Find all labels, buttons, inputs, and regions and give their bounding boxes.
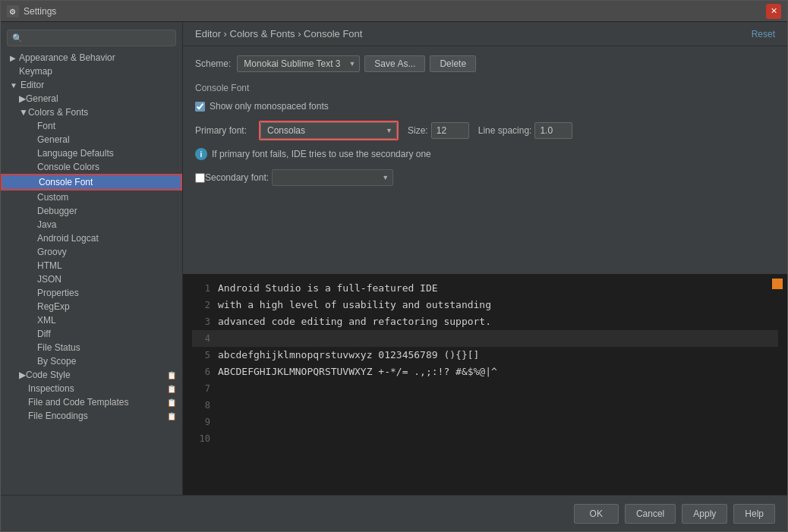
sidebar-item-inspections[interactable]: Inspections 📋 bbox=[1, 382, 182, 395]
secondary-font-row: Secondary font: bbox=[195, 169, 775, 186]
sidebar-item-label: Appearance & Behavior bbox=[19, 52, 115, 63]
line-code: with a high level of usability and outst… bbox=[218, 299, 491, 310]
sidebar-item-general2[interactable]: General bbox=[1, 133, 182, 146]
cancel-button[interactable]: Cancel bbox=[625, 504, 676, 524]
line-number: 1 bbox=[192, 283, 210, 294]
sidebar-item-label: By Scope bbox=[37, 356, 76, 367]
sidebar-item-general[interactable]: ▶ General bbox=[1, 92, 182, 105]
sidebar-item-diff[interactable]: Diff bbox=[1, 327, 182, 341]
save-as-button[interactable]: Save As... bbox=[364, 55, 425, 72]
sidebar-item-json[interactable]: JSON bbox=[1, 272, 182, 286]
search-input[interactable] bbox=[26, 33, 171, 43]
scheme-row: Scheme: Monokai Sublime Text 3 Save As..… bbox=[195, 55, 775, 72]
sidebar-item-keymap[interactable]: Keymap bbox=[1, 65, 182, 78]
line-spacing-label: Line spacing: bbox=[478, 125, 532, 136]
delete-button[interactable]: Delete bbox=[430, 55, 476, 72]
sidebar-item-regexp[interactable]: RegExp bbox=[1, 300, 182, 313]
line-number: 2 bbox=[192, 300, 210, 310]
arrow-icon: ▼ bbox=[10, 81, 17, 90]
breadcrumb-path: Editor › Colors & Fonts › Console Font bbox=[195, 28, 362, 39]
line-number: 9 bbox=[192, 417, 210, 427]
primary-font-select-wrap: Consolas bbox=[259, 121, 399, 140]
sidebar-item-label: Font bbox=[37, 121, 55, 131]
preview-line: 5 abcdefghijklmnopqrstuvwxyz 0123456789 … bbox=[192, 347, 778, 364]
preview-line: 3 advanced code editing and refactoring … bbox=[192, 313, 778, 330]
sidebar-item-appearance-behavior[interactable]: ▶ Appearance & Behavior bbox=[1, 51, 182, 65]
show-monospaced-checkbox[interactable] bbox=[195, 102, 205, 112]
sidebar-item-custom[interactable]: Custom bbox=[1, 190, 182, 204]
apply-button[interactable]: Apply bbox=[682, 504, 727, 524]
sidebar-item-file-status[interactable]: File Status bbox=[1, 341, 182, 354]
primary-font-select[interactable]: Consolas bbox=[260, 122, 397, 139]
sidebar-item-label: HTML bbox=[37, 260, 62, 271]
sidebar-item-label: File and Code Templates bbox=[28, 397, 129, 408]
close-button[interactable]: ✕ bbox=[766, 4, 781, 19]
sidebar-item-android-logcat[interactable]: Android Logcat bbox=[1, 231, 182, 245]
main-content: 🔍 ▶ Appearance & Behavior Keymap ▼ Edito… bbox=[1, 22, 787, 495]
sidebar-item-editor[interactable]: ▼ Editor bbox=[1, 78, 182, 92]
sidebar-item-label: Language Defaults bbox=[37, 148, 114, 159]
sidebar-item-label: Code Style bbox=[26, 370, 71, 380]
secondary-font-label: Secondary font: bbox=[205, 172, 269, 183]
sidebar-item-label: File Status bbox=[37, 342, 80, 353]
info-icon: i bbox=[195, 148, 207, 160]
bottom-bar: OK Cancel Apply Help bbox=[1, 495, 787, 531]
line-number: 3 bbox=[192, 316, 210, 327]
breadcrumb-sep1: › bbox=[221, 28, 230, 39]
sidebar-item-code-style[interactable]: ▶ Code Style 📋 bbox=[1, 368, 182, 382]
arrow-icon: ▼ bbox=[19, 107, 28, 118]
sidebar-item-label: Diff bbox=[37, 329, 51, 339]
secondary-font-select[interactable] bbox=[272, 169, 393, 186]
sidebar-item-file-code-templates[interactable]: File and Code Templates 📋 bbox=[1, 395, 182, 409]
line-spacing-wrap: Line spacing: bbox=[478, 122, 573, 139]
panel-content: Scheme: Monokai Sublime Text 3 Save As..… bbox=[183, 46, 787, 274]
sidebar-item-label: Debugger bbox=[37, 206, 77, 216]
sidebar-item-label: General bbox=[26, 93, 58, 104]
secondary-font-checkbox[interactable] bbox=[195, 173, 205, 183]
size-input[interactable] bbox=[431, 122, 469, 139]
scheme-label: Scheme: bbox=[195, 58, 231, 69]
preview-line: 8 bbox=[192, 397, 778, 414]
sidebar-item-debugger[interactable]: Debugger bbox=[1, 204, 182, 218]
sidebar-item-html[interactable]: HTML bbox=[1, 259, 182, 272]
arrow-icon: ▶ bbox=[19, 93, 26, 104]
sidebar-item-label: Keymap bbox=[19, 66, 52, 77]
reset-link[interactable]: Reset bbox=[752, 29, 775, 39]
window-title: Settings bbox=[24, 6, 766, 17]
sidebar-item-console-font[interactable]: Console Font bbox=[1, 174, 182, 190]
arrow-icon: ▶ bbox=[19, 370, 26, 380]
line-code: Android Studio is a full-featured IDE bbox=[218, 282, 438, 294]
copy-icon: 📋 bbox=[167, 398, 176, 407]
breadcrumb-sep2: › bbox=[295, 28, 304, 39]
sidebar-item-properties[interactable]: Properties bbox=[1, 286, 182, 300]
sidebar-item-file-encodings[interactable]: File Encodings 📋 bbox=[1, 409, 182, 423]
help-button[interactable]: Help bbox=[733, 504, 775, 524]
sidebar-item-label: Inspections bbox=[28, 383, 74, 394]
ok-button[interactable]: OK bbox=[574, 504, 619, 524]
sidebar-item-label: Java bbox=[37, 219, 56, 230]
search-box[interactable]: 🔍 bbox=[7, 30, 176, 46]
size-wrap: Size: bbox=[408, 122, 469, 139]
sidebar-item-xml[interactable]: XML bbox=[1, 313, 182, 327]
sidebar-item-by-scope[interactable]: By Scope bbox=[1, 354, 182, 368]
sidebar-item-java[interactable]: Java bbox=[1, 218, 182, 231]
sidebar-item-colors-fonts[interactable]: ▼ Colors & Fonts bbox=[1, 105, 182, 119]
breadcrumb: Editor › Colors & Fonts › Console Font R… bbox=[183, 22, 787, 46]
settings-window: ⚙ Settings ✕ 🔍 ▶ Appearance & Behavior K… bbox=[0, 0, 788, 532]
sidebar-item-console-colors[interactable]: Console Colors bbox=[1, 160, 182, 174]
secondary-font-select-wrap bbox=[272, 169, 393, 186]
copy-icon: 📋 bbox=[167, 385, 176, 393]
preview-line-current: 4 bbox=[192, 330, 778, 347]
sidebar-item-groovy[interactable]: Groovy bbox=[1, 245, 182, 259]
scheme-select[interactable]: Monokai Sublime Text 3 bbox=[237, 55, 360, 72]
right-panel: Editor › Colors & Fonts › Console Font R… bbox=[183, 22, 787, 495]
sidebar-item-font[interactable]: Font bbox=[1, 119, 182, 133]
preview-area: 1 Android Studio is a full-featured IDE … bbox=[183, 274, 787, 496]
line-spacing-input[interactable] bbox=[534, 122, 572, 139]
preview-line: 9 bbox=[192, 414, 778, 430]
primary-font-label: Primary font: bbox=[195, 125, 247, 136]
orange-marker bbox=[772, 279, 783, 289]
sidebar-item-label: Properties bbox=[37, 288, 79, 298]
sidebar-item-language-defaults[interactable]: Language Defaults bbox=[1, 146, 182, 160]
svg-text:⚙: ⚙ bbox=[9, 8, 16, 16]
